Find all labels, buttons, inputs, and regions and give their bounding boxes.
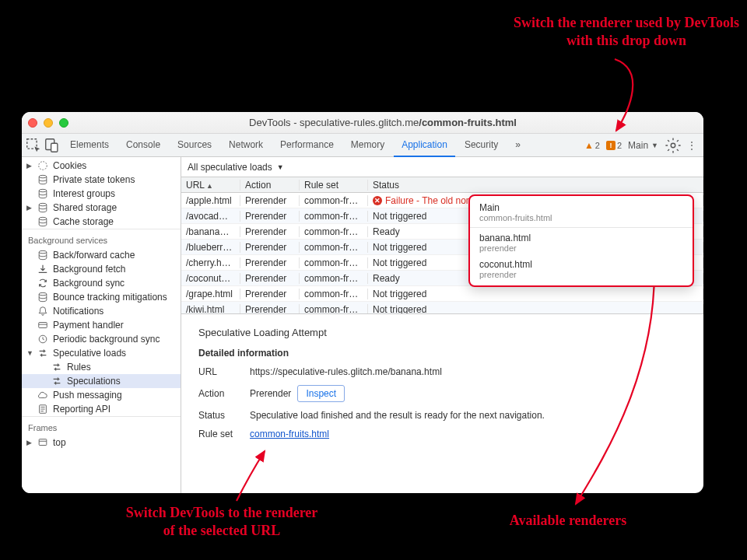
sidebar-item-label: Rules bbox=[67, 362, 91, 373]
sidebar-item-interest-groups[interactable]: Interest groups bbox=[22, 187, 181, 201]
cell-status: Not triggered bbox=[368, 304, 703, 314]
renderer-option-title: coconut.html bbox=[479, 259, 683, 270]
sidebar-item-label: Speculative loads bbox=[53, 348, 126, 359]
chevron-icon: ▶ bbox=[26, 162, 32, 170]
window-titlebar: DevTools - speculative-rules.glitch.me/c… bbox=[22, 112, 703, 134]
col-ruleset[interactable]: Rule set bbox=[300, 180, 368, 191]
sidebar-item-top[interactable]: ▶top bbox=[22, 436, 181, 450]
sidebar-item-label: Bounce tracking mitigations bbox=[53, 292, 167, 303]
sidebar-item-push-messaging[interactable]: Push messaging bbox=[22, 388, 181, 402]
sidebar-item-private-state-tokens[interactable]: Private state tokens bbox=[22, 173, 181, 187]
kebab-menu-icon[interactable]: ⋮ bbox=[683, 137, 700, 154]
sidebar-item-label: Periodic background sync bbox=[53, 334, 160, 345]
device-toolbar-icon[interactable] bbox=[44, 137, 61, 154]
bell-icon bbox=[37, 306, 48, 317]
cell-action: Prerender bbox=[240, 304, 300, 314]
clock-icon bbox=[37, 334, 48, 345]
sidebar-item-reporting-api[interactable]: Reporting API bbox=[22, 402, 181, 416]
sidebar-item-periodic-background-sync[interactable]: Periodic background sync bbox=[22, 332, 181, 346]
warning-icon: ▲ bbox=[584, 140, 594, 151]
warnings-badge[interactable]: ▲2 bbox=[584, 140, 600, 151]
chevron-icon: ▶ bbox=[26, 439, 32, 446]
renderer-selector[interactable]: Main▼ bbox=[623, 138, 663, 152]
sidebar-item-shared-storage[interactable]: ▶Shared storage bbox=[22, 201, 181, 215]
db-icon bbox=[37, 216, 48, 227]
download-icon bbox=[37, 264, 48, 275]
tabs-overflow[interactable]: » bbox=[507, 134, 528, 157]
col-action[interactable]: Action bbox=[240, 180, 300, 191]
minimize-window-button[interactable] bbox=[44, 118, 53, 128]
devtools-window: DevTools - speculative-rules.glitch.me/c… bbox=[22, 112, 703, 493]
sidebar-item-label: Cookies bbox=[53, 160, 86, 171]
sidebar-item-payment-handler[interactable]: Payment handler bbox=[22, 318, 181, 332]
chevron-icon: ▶ bbox=[26, 204, 32, 212]
close-window-button[interactable] bbox=[28, 118, 37, 128]
cell-url: /coconut… bbox=[181, 273, 240, 284]
tab-memory[interactable]: Memory bbox=[343, 134, 392, 157]
inspect-icon[interactable] bbox=[25, 137, 42, 154]
swap-icon bbox=[51, 362, 62, 373]
cell-ruleset: common-fr… bbox=[300, 211, 368, 222]
table-row[interactable]: /kiwi.htmlPrerendercommon-fr…Not trigger… bbox=[181, 302, 703, 313]
zoom-window-button[interactable] bbox=[59, 118, 68, 128]
tab-security[interactable]: Security bbox=[457, 134, 506, 157]
tab-console[interactable]: Console bbox=[118, 134, 168, 157]
cell-action: Prerender bbox=[240, 226, 300, 237]
sidebar-item-back-forward-cache[interactable]: Back/forward cache bbox=[22, 248, 181, 262]
cell-url: /grape.html bbox=[181, 289, 240, 299]
sidebar-item-cookies[interactable]: ▶Cookies bbox=[22, 159, 181, 173]
gear-icon[interactable] bbox=[665, 137, 682, 154]
cookie-icon bbox=[37, 160, 48, 171]
sidebar-item-notifications[interactable]: Notifications bbox=[22, 304, 181, 318]
sidebar-item-background-sync[interactable]: Background sync bbox=[22, 276, 181, 290]
renderer-option[interactable]: Maincommon-fruits.html bbox=[470, 199, 693, 226]
inspect-button[interactable]: Inspect bbox=[297, 385, 345, 402]
cell-action: Prerender bbox=[240, 273, 300, 284]
renderer-option[interactable]: coconut.htmlprerender bbox=[470, 256, 693, 282]
renderer-option[interactable]: banana.htmlprerender bbox=[470, 229, 693, 256]
sidebar-item-speculations[interactable]: Speculations bbox=[22, 374, 181, 388]
db-icon bbox=[37, 292, 48, 303]
renderer-option-subtitle: prerender bbox=[479, 270, 683, 279]
sidebar-item-label: Payment handler bbox=[53, 320, 124, 331]
tab-elements[interactable]: Elements bbox=[62, 134, 117, 157]
tab-performance[interactable]: Performance bbox=[272, 134, 342, 157]
speculations-panel: All speculative loads▼ URL▲ Action Rule … bbox=[181, 157, 703, 493]
tab-sources[interactable]: Sources bbox=[170, 134, 219, 157]
chevron-icon: ▼ bbox=[26, 349, 33, 357]
cell-action: Prerender bbox=[240, 242, 300, 253]
sidebar-item-bounce-tracking-mitigations[interactable]: Bounce tracking mitigations bbox=[22, 290, 181, 304]
sidebar-item-rules[interactable]: Rules bbox=[22, 360, 181, 374]
cell-action: Prerender bbox=[240, 289, 300, 299]
col-url[interactable]: URL▲ bbox=[181, 180, 240, 191]
col-status[interactable]: Status bbox=[368, 180, 703, 191]
cell-ruleset: common-fr… bbox=[300, 257, 368, 268]
table-row[interactable]: /grape.htmlPrerendercommon-fr…Not trigge… bbox=[181, 286, 703, 302]
cell-ruleset: common-fr… bbox=[300, 195, 368, 206]
renderer-option-subtitle: common-fruits.html bbox=[479, 213, 683, 222]
tab-network[interactable]: Network bbox=[221, 134, 271, 157]
sidebar-item-label: Cache storage bbox=[53, 216, 114, 227]
issues-badge[interactable]: !2 bbox=[606, 141, 622, 150]
speculations-filter[interactable]: All speculative loads▼ bbox=[181, 157, 703, 177]
sidebar-item-speculative-loads[interactable]: ▼Speculative loads bbox=[22, 346, 181, 360]
sidebar-item-cache-storage[interactable]: Cache storage bbox=[22, 215, 181, 229]
swap-icon bbox=[51, 376, 62, 387]
sidebar-item-label: Reporting API bbox=[53, 404, 110, 415]
swap-icon bbox=[37, 348, 48, 359]
detail-ruleset-link[interactable]: common-fruits.html bbox=[250, 429, 329, 439]
annotation-bottom-left: Switch DevTools to the renderer of the s… bbox=[121, 504, 323, 539]
card-icon bbox=[37, 320, 48, 331]
cell-url: /apple.html bbox=[181, 195, 240, 206]
tab-application[interactable]: Application bbox=[394, 134, 455, 157]
cell-ruleset: common-fr… bbox=[300, 226, 368, 237]
cell-url: /kiwi.html bbox=[181, 304, 240, 314]
speculation-detail: Speculative Loading Attempt Detailed inf… bbox=[181, 314, 703, 493]
sidebar-item-background-fetch[interactable]: Background fetch bbox=[22, 262, 181, 276]
detail-title: Speculative Loading Attempt bbox=[198, 327, 691, 338]
sidebar-item-label: Background sync bbox=[53, 278, 124, 289]
sidebar-item-label: Background fetch bbox=[53, 264, 125, 275]
detail-action-label: Action bbox=[198, 388, 244, 399]
renderer-option-title: Main bbox=[479, 202, 683, 213]
renderer-option-subtitle: prerender bbox=[479, 243, 683, 253]
